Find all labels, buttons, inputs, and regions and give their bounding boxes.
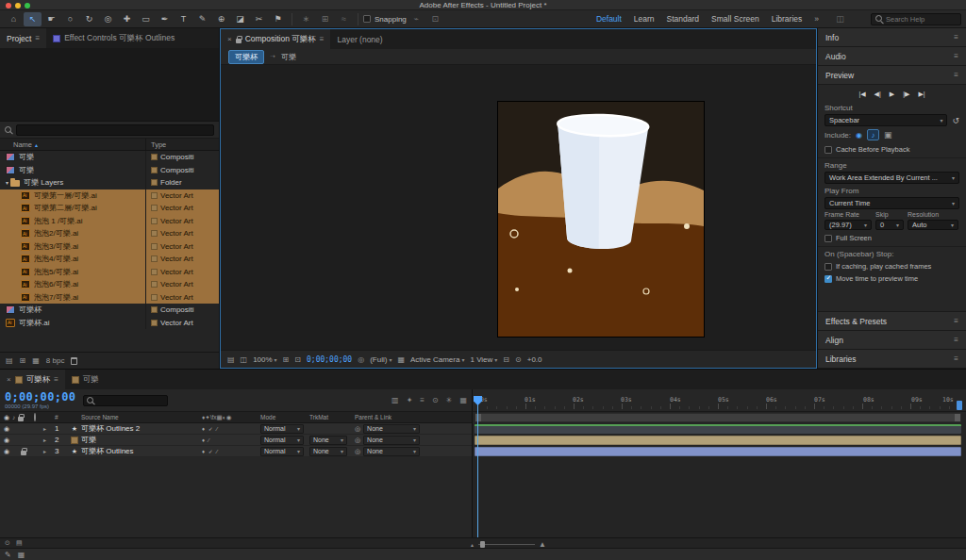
panel-menu-icon[interactable]: [954, 336, 958, 344]
project-row[interactable]: 可樂杯.ai Vector Art: [0, 317, 219, 330]
workspace-tab-small-screen[interactable]: Small Screen: [711, 14, 759, 24]
expand-arrow-icon[interactable]: [43, 426, 46, 432]
cache-before-playback-checkbox[interactable]: [824, 146, 832, 154]
include-overlays-icon[interactable]: ▣: [884, 130, 892, 140]
label-color-chip[interactable]: [151, 306, 158, 313]
panel-menu-icon[interactable]: [54, 375, 58, 384]
clone-stamp-tool-icon[interactable]: ⊕: [212, 12, 230, 26]
pan-behind-tool-icon[interactable]: ✚: [118, 12, 136, 26]
breadcrumb-current-comp[interactable]: 可樂杯: [228, 50, 264, 64]
trkmat-dropdown[interactable]: None: [309, 436, 347, 445]
label-color-chip[interactable]: [151, 294, 158, 301]
libraries-panel-header[interactable]: Libraries: [818, 350, 966, 369]
work-area-bar[interactable]: [475, 413, 961, 422]
timeline-tab-secondary[interactable]: 可樂: [65, 370, 106, 389]
expand-triangle-icon[interactable]: [6, 179, 8, 186]
composition-viewport[interactable]: [221, 65, 816, 350]
reset-icon[interactable]: ↺: [952, 116, 959, 125]
project-row[interactable]: 可樂杯 Compositi: [0, 304, 219, 317]
range-dropdown[interactable]: Work Area Extended By Current ...: [824, 172, 959, 184]
search-help-box[interactable]: [871, 13, 961, 25]
layer-switches[interactable]: ♦ ⁄: [202, 437, 210, 443]
region-of-interest-icon[interactable]: ⊡: [294, 355, 301, 364]
screen-layout-icon[interactable]: ◫: [241, 355, 248, 364]
type-tool-icon[interactable]: T: [175, 12, 192, 26]
mini-flowchart-icon[interactable]: ▤: [227, 355, 235, 364]
preview-resolution-dropdown[interactable]: Auto: [908, 220, 958, 230]
blend-mode-dropdown[interactable]: Normal: [260, 447, 304, 456]
eye-icon[interactable]: ◉: [4, 448, 9, 455]
layer-name[interactable]: 可樂杯 Outlines 2: [81, 423, 202, 434]
panel-menu-icon[interactable]: [320, 35, 325, 43]
play-from-dropdown[interactable]: Current Time: [824, 197, 959, 209]
label-color-chip[interactable]: [151, 192, 158, 199]
new-composition-icon[interactable]: ▦: [32, 356, 40, 365]
transfer-controls-icon[interactable]: ▤: [16, 539, 23, 547]
grid-status-icon[interactable]: ▦: [18, 551, 25, 559]
pen-tool-icon[interactable]: ✒: [156, 12, 174, 26]
parent-link-column[interactable]: Parent & Link: [355, 414, 472, 420]
expand-arrow-icon[interactable]: [43, 449, 46, 454]
first-frame-button[interactable]: |◀: [858, 91, 865, 98]
composition-mini-flowchart-icon[interactable]: ▥: [391, 396, 399, 404]
interpret-foot-icon[interactable]: ▤: [6, 356, 13, 365]
project-row[interactable]: 泡泡3/可樂.ai Vector Art: [0, 240, 219, 254]
magnification-dropdown[interactable]: 100%: [253, 355, 276, 364]
shape-tool-icon[interactable]: ▭: [137, 12, 155, 26]
timeline-search-box[interactable]: [83, 395, 168, 406]
workspace-tab-default[interactable]: Default: [596, 14, 622, 24]
home-icon[interactable]: ⌂: [5, 12, 23, 26]
delete-item-icon[interactable]: [71, 357, 77, 365]
pixel-aspect-icon[interactable]: ⊟: [503, 355, 509, 364]
label-color-chip[interactable]: [151, 243, 158, 250]
breadcrumb-nested-comp[interactable]: 可樂: [281, 52, 296, 62]
project-row[interactable]: 泡泡5/可樂.ai Vector Art: [0, 266, 219, 279]
search-help-input[interactable]: [886, 15, 957, 24]
new-folder-icon[interactable]: ⊞: [20, 356, 26, 365]
expand-arrow-icon[interactable]: [43, 437, 46, 443]
grid-guides-icon[interactable]: ⊞: [283, 355, 290, 364]
panel-menu-icon[interactable]: [954, 71, 958, 79]
motion-blur-icon[interactable]: ✳: [446, 396, 453, 404]
full-screen-checkbox[interactable]: [824, 235, 832, 242]
project-row[interactable]: 可樂第二層/可樂.ai Vector Art: [0, 202, 219, 215]
project-row[interactable]: 可樂 Compositi: [0, 164, 219, 177]
label-color-chip[interactable]: [151, 230, 158, 237]
time-ruler[interactable]: 00s 01s 02s 03s 04s 05s 06s 07s 08s 09s …: [473, 389, 966, 412]
puppet-pin-tool-icon[interactable]: ⚑: [269, 12, 287, 26]
layer-duration-bar[interactable]: [475, 436, 961, 445]
parent-dropdown[interactable]: None: [363, 436, 420, 445]
play-cached-frames-checkbox[interactable]: [824, 263, 832, 271]
column-type[interactable]: Type: [146, 140, 166, 149]
draft-3d-icon[interactable]: ✦: [407, 396, 413, 404]
layer-switches[interactable]: ♦ ✓ ⁄: [202, 426, 218, 432]
label-color-chip[interactable]: [151, 255, 158, 262]
blend-mode-dropdown[interactable]: Normal: [260, 424, 304, 434]
timeline-layer-row[interactable]: ◉ 3 ★ 可樂杯 Outlines ♦ ✓ ⁄ Normal None ◎No…: [0, 446, 472, 457]
workspace-tab-standard[interactable]: Standard: [667, 14, 700, 24]
frame-rate-dropdown[interactable]: (29.97): [824, 220, 872, 230]
roto-brush-tool-icon[interactable]: ✂: [250, 12, 268, 26]
label-color-chip[interactable]: [151, 218, 158, 224]
play-button[interactable]: ▶: [890, 91, 894, 98]
source-name-column[interactable]: Source Name: [81, 414, 202, 420]
include-video-icon[interactable]: ◉: [856, 131, 862, 140]
workspace-overflow-icon[interactable]: »: [814, 14, 819, 24]
align-panel-header[interactable]: Align: [818, 331, 966, 350]
last-frame-button[interactable]: ▶|: [918, 91, 924, 98]
info-panel-header[interactable]: Info: [818, 28, 966, 47]
lock-viewer-icon[interactable]: [236, 39, 242, 43]
snap-option-icon[interactable]: ⌁: [408, 12, 425, 26]
project-row[interactable]: 泡泡7/可樂.ai Vector Art: [0, 291, 219, 305]
zoom-slider-handle[interactable]: [480, 541, 485, 548]
close-tab-icon[interactable]: [7, 375, 11, 384]
brush-tool-icon[interactable]: ✎: [193, 12, 211, 26]
trkmat-column[interactable]: TrkMat: [309, 414, 355, 420]
next-frame-button[interactable]: |▶: [903, 91, 909, 98]
timeline-track-area[interactable]: 00s 01s 02s 03s 04s 05s 06s 07s 08s 09s …: [472, 389, 966, 537]
frame-blending-icon[interactable]: ⊙: [432, 396, 439, 404]
exposure-value[interactable]: +0.0: [527, 355, 542, 364]
snap-option2-icon[interactable]: ⊡: [426, 12, 444, 26]
current-time-display[interactable]: 0;00;00;00 00000 (29.97 fps): [5, 391, 75, 409]
project-row[interactable]: 泡泡4/可樂.ai Vector Art: [0, 253, 219, 266]
